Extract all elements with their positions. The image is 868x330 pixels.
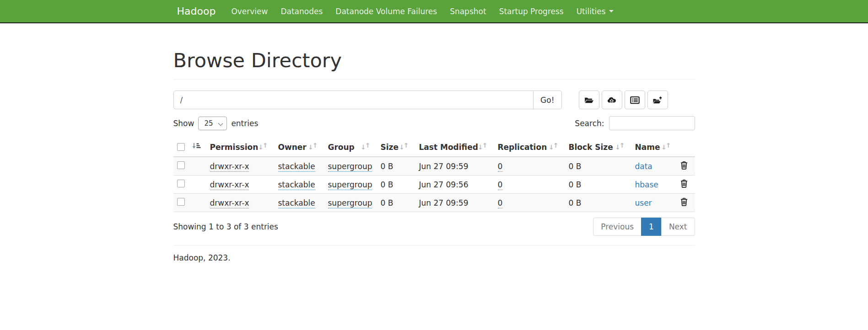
- column-header-size[interactable]: Size ↓↑: [377, 138, 415, 157]
- group-cell[interactable]: supergroup: [328, 180, 372, 190]
- table-info: Showing 1 to 3 of 3 entries: [173, 222, 278, 231]
- sort-icon[interactable]: ↓↑: [308, 143, 317, 150]
- row-checkbox[interactable]: [177, 161, 185, 169]
- directory-table: Permission ↓↑ Owner ↓↑ Group ↓↑ Size ↓↑ …: [173, 138, 695, 212]
- permission-cell[interactable]: drwxr-xr-x: [210, 180, 249, 190]
- delete-button[interactable]: [680, 197, 688, 208]
- column-header-block-size[interactable]: Block Size ↓↑: [565, 138, 631, 157]
- nav-item-snapshot[interactable]: Snapshot: [443, 0, 492, 22]
- page-length-select[interactable]: 25: [198, 117, 227, 130]
- column-header-name[interactable]: Name ↓↑: [631, 138, 678, 157]
- group-cell[interactable]: supergroup: [328, 162, 372, 172]
- nav-item-utilities[interactable]: Utilities: [570, 0, 620, 22]
- select-all-checkbox[interactable]: [177, 143, 185, 151]
- nav-item-datanode-volume-failures[interactable]: Datanode Volume Failures: [329, 0, 443, 22]
- replication-cell[interactable]: 0: [498, 180, 503, 190]
- last-modified-cell: Jun 27 09:56: [419, 180, 469, 189]
- sort-icon[interactable]: ↓↑: [661, 143, 670, 150]
- select-all-header[interactable]: [173, 138, 206, 157]
- path-bar: Go!: [173, 90, 695, 109]
- create-directory-button[interactable]: [579, 90, 599, 109]
- delete-button[interactable]: [680, 161, 688, 171]
- list-alt-icon: [630, 96, 640, 104]
- sort-by-attributes-icon[interactable]: [192, 142, 201, 152]
- directory-link[interactable]: data: [635, 162, 652, 171]
- nav-item-startup-progress[interactable]: Startup Progress: [493, 0, 570, 22]
- search-control: Search:: [575, 116, 695, 130]
- sort-icon[interactable]: ↓↑: [478, 143, 486, 150]
- table-footer: Showing 1 to 3 of 3 entries Previous 1 N…: [173, 218, 695, 236]
- size-cell: 0 B: [381, 198, 394, 208]
- sort-icon[interactable]: ↓↑: [549, 143, 557, 150]
- owner-cell[interactable]: stackable: [278, 180, 315, 190]
- size-cell: 0 B: [381, 162, 394, 171]
- upload-files-button[interactable]: [602, 90, 622, 109]
- folder-open-icon: [584, 96, 594, 104]
- pagination-next[interactable]: Next: [661, 218, 695, 236]
- page-length-control: Show 25 entries: [173, 117, 259, 130]
- sort-icon[interactable]: ↓↑: [615, 143, 624, 150]
- page-title: Browse Directory: [173, 49, 695, 72]
- folder-transfer-icon: [652, 96, 663, 104]
- table-row: drwxr-xr-x stackable supergroup 0 B Jun …: [173, 157, 695, 176]
- page-length-value: 25: [204, 119, 213, 128]
- table-controls: Show 25 entries Search:: [173, 116, 695, 130]
- search-input[interactable]: [609, 116, 695, 130]
- replication-cell[interactable]: 0: [498, 198, 503, 208]
- path-input[interactable]: [173, 90, 534, 109]
- sort-icon[interactable]: ↓↑: [399, 143, 408, 150]
- sort-icon[interactable]: ↓↑: [258, 143, 267, 150]
- utilities-label: Utilities: [577, 7, 606, 16]
- brand-link[interactable]: Hadoop: [173, 5, 220, 17]
- column-header-replication[interactable]: Replication ↓↑: [494, 138, 565, 157]
- go-button[interactable]: Go!: [534, 90, 561, 109]
- pagination-previous[interactable]: Previous: [593, 218, 642, 236]
- owner-cell[interactable]: stackable: [278, 162, 315, 172]
- chevron-down-icon: [609, 10, 614, 12]
- table-row: drwxr-xr-x stackable supergroup 0 B Jun …: [173, 194, 695, 212]
- sort-icon[interactable]: ↓↑: [361, 143, 369, 150]
- column-header-permission[interactable]: Permission ↓↑: [206, 138, 275, 157]
- footer-text: Hadoop, 2023.: [173, 253, 695, 262]
- permission-cell[interactable]: drwxr-xr-x: [210, 162, 249, 172]
- top-navbar: Hadoop Overview Datanodes Datanode Volum…: [0, 0, 868, 23]
- entries-label: entries: [231, 119, 258, 128]
- path-input-group: Go!: [173, 90, 562, 109]
- footer-divider: [173, 245, 695, 245]
- row-checkbox[interactable]: [177, 180, 185, 187]
- trash-icon: [680, 164, 688, 171]
- row-checkbox[interactable]: [177, 198, 185, 206]
- trash-icon: [680, 182, 688, 189]
- column-header-actions: [678, 138, 695, 157]
- column-header-owner[interactable]: Owner ↓↑: [275, 138, 324, 157]
- replication-cell[interactable]: 0: [498, 162, 503, 172]
- table-header-row: Permission ↓↑ Owner ↓↑ Group ↓↑ Size ↓↑ …: [173, 138, 695, 157]
- permission-cell[interactable]: drwxr-xr-x: [210, 198, 249, 208]
- pagination-page-1[interactable]: 1: [641, 218, 662, 236]
- pagination: Previous 1 Next: [593, 218, 695, 236]
- last-modified-cell: Jun 27 09:59: [419, 198, 469, 208]
- column-header-last-modified[interactable]: Last Modified ↓↑: [415, 138, 494, 157]
- directory-link[interactable]: user: [635, 198, 652, 208]
- page-header: Browse Directory: [173, 49, 695, 80]
- block-size-cell: 0 B: [569, 180, 582, 189]
- nav-menu: Overview Datanodes Datanode Volume Failu…: [225, 0, 620, 22]
- file-action-buttons: [579, 90, 668, 109]
- block-size-cell: 0 B: [569, 162, 582, 171]
- group-cell[interactable]: supergroup: [328, 198, 372, 208]
- search-label: Search:: [575, 119, 604, 128]
- show-label: Show: [173, 119, 194, 128]
- last-modified-cell: Jun 27 09:59: [419, 162, 469, 171]
- trash-icon: [680, 201, 688, 208]
- list-alt-button[interactable]: [625, 90, 645, 109]
- nav-item-overview[interactable]: Overview: [225, 0, 274, 22]
- delete-button[interactable]: [680, 179, 688, 189]
- nav-item-datanodes[interactable]: Datanodes: [274, 0, 329, 22]
- size-cell: 0 B: [381, 180, 394, 189]
- column-header-group[interactable]: Group ↓↑: [324, 138, 377, 157]
- folder-transfer-button[interactable]: [647, 90, 668, 109]
- owner-cell[interactable]: stackable: [278, 198, 315, 208]
- chevron-down-icon: [218, 121, 223, 126]
- table-row: drwxr-xr-x stackable supergroup 0 B Jun …: [173, 176, 695, 194]
- directory-link[interactable]: hbase: [635, 180, 658, 189]
